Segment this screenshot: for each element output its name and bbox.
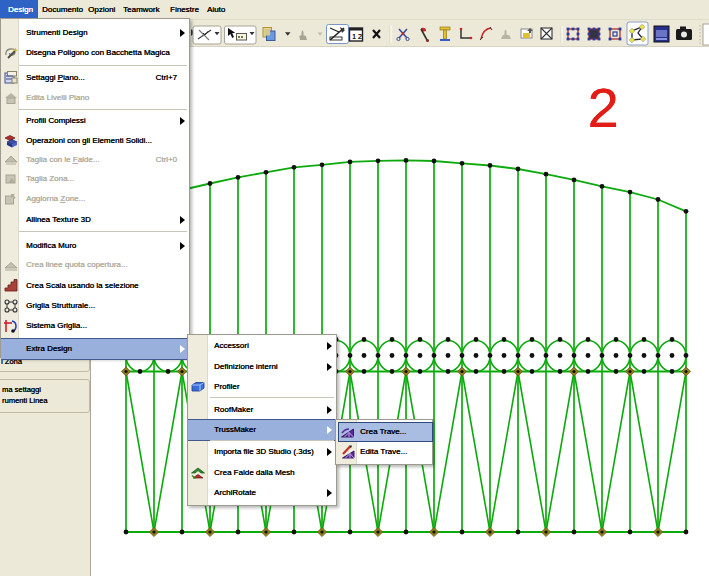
- svg-text:1 2: 1 2: [352, 33, 362, 40]
